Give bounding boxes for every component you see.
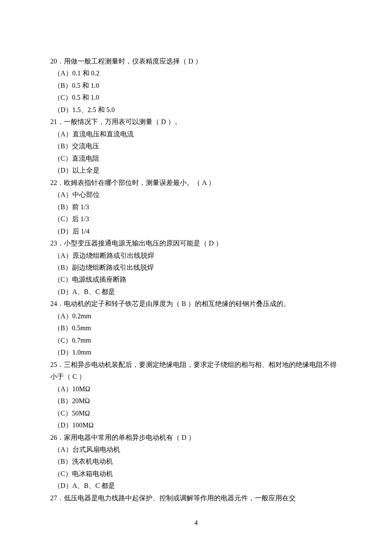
answer-blank: D bbox=[182, 434, 188, 441]
stem-suffix: ）。 bbox=[168, 118, 182, 125]
stem-suffix: ） bbox=[216, 239, 222, 247]
option-b: （B）0.5mm bbox=[50, 322, 342, 334]
stem-text: 三相异步电动机装配后，要测定绝缘电阻，要求定子绕组的相与相、相对地的绝缘电阻不得… bbox=[50, 361, 337, 380]
stem-text: 小型变压器接通电源无输出电压的原因可能是（ bbox=[64, 239, 209, 247]
question-23-stem: 23．小型变压器接通电源无输出电压的原因可能是（ D ） bbox=[50, 237, 342, 249]
question-22-stem: 22．欧姆表指针在哪个部位时，测量误差最小。（ A ） bbox=[50, 177, 342, 189]
option-d: （D）以上全是 bbox=[50, 164, 342, 176]
question-20-stem: 20．用做一般工程测量时，仪表精度应选择（ D ） bbox=[50, 55, 342, 67]
option-a: （A）0.2mm bbox=[50, 310, 342, 322]
option-b: （B）副边绕组断路或引出线脱焊 bbox=[50, 262, 342, 274]
option-c: （C）后 1/3 bbox=[50, 213, 342, 225]
option-c: （C）电源线或插座断路 bbox=[50, 274, 342, 286]
option-d: （D）100MΩ bbox=[50, 419, 342, 431]
stem-text: 用做一般工程测量时，仪表精度应选择（ bbox=[64, 58, 187, 65]
answer-blank: C bbox=[71, 373, 79, 380]
option-a: （A）原边绕组断路或引出线脱焊 bbox=[50, 250, 342, 262]
option-d: （D）A、B、C 都是 bbox=[50, 286, 342, 298]
option-b: （B）前 1/3 bbox=[50, 201, 342, 213]
option-d: （D）A、B、C 都是 bbox=[50, 480, 342, 492]
question-number: 26． bbox=[50, 434, 64, 441]
option-b: （B）交流电压 bbox=[50, 140, 342, 152]
option-b: （B）0.5 和 1.0 bbox=[50, 80, 342, 92]
option-c: （C）电冰箱电动机 bbox=[50, 468, 342, 480]
stem-text: 欧姆表指针在哪个部位时，测量误差最小。（ bbox=[64, 179, 202, 186]
stem-suffix: ） bbox=[195, 58, 202, 65]
option-c: （C）0.5 和 1.0 bbox=[50, 92, 342, 104]
question-number: 23． bbox=[50, 239, 64, 247]
question-number: 21． bbox=[50, 118, 64, 125]
question-number: 24． bbox=[50, 300, 64, 307]
stem-suffix: ） bbox=[188, 434, 195, 441]
stem-suffix: ） bbox=[79, 373, 86, 380]
option-a: （A）0.1 和 0.2 bbox=[50, 67, 342, 79]
answer-blank: D bbox=[209, 239, 216, 247]
option-d: （D）1.5、2.5 和 5.0 bbox=[50, 104, 342, 116]
question-27-stem: 27．低压电器是电力线路中起保护、控制或调解等作用的电器元件，一般应用在交 bbox=[50, 492, 342, 504]
stem-text: 低压电器是电力线路中起保护、控制或调解等作用的电器元件，一般应用在交 bbox=[64, 494, 296, 502]
answer-blank: D bbox=[159, 118, 168, 125]
option-d: （D）后 1/4 bbox=[50, 225, 342, 237]
option-c: （C）0.7mm bbox=[50, 335, 342, 346]
question-25-stem: 25．三相异步电动机装配后，要测定绝缘电阻，要求定子绕组的相与相、相对地的绝缘电… bbox=[50, 359, 342, 383]
option-a: （A）直流电压和直流电流 bbox=[50, 128, 342, 140]
option-a: （A）台式风扇电动机 bbox=[50, 444, 342, 456]
option-d: （D）1.0mm bbox=[50, 346, 342, 358]
option-b: （B）洗衣机电动机 bbox=[50, 456, 342, 467]
option-c: （C）50MΩ bbox=[50, 407, 342, 419]
stem-suffix: ） bbox=[208, 179, 215, 186]
stem-suffix: ）的相互绝缘的硅钢片叠压成的。 bbox=[188, 300, 290, 307]
question-24-stem: 24．电动机的定子和转子铁芯是由厚度为（ B ）的相互绝缘的硅钢片叠压成的。 bbox=[50, 298, 342, 310]
question-number: 25． bbox=[50, 361, 64, 368]
option-c: （C）直流电阻 bbox=[50, 153, 342, 164]
answer-blank: B bbox=[182, 300, 188, 307]
stem-text: 电动机的定子和转子铁芯是由厚度为（ bbox=[64, 300, 182, 307]
option-a: （A）10MΩ bbox=[50, 383, 342, 395]
question-number: 27． bbox=[50, 494, 64, 502]
option-b: （B）20MΩ bbox=[50, 395, 342, 407]
stem-text: 家用电器中常用的单相异步电动机有（ bbox=[64, 434, 182, 441]
page-number: 4 bbox=[0, 519, 392, 527]
stem-text: 一般情况下，万用表可以测量（ bbox=[64, 118, 159, 125]
page-container: 20．用做一般工程测量时，仪表精度应选择（ D ） （A）0.1 和 0.2 （… bbox=[0, 0, 392, 554]
page-content: 20．用做一般工程测量时，仪表精度应选择（ D ） （A）0.1 和 0.2 （… bbox=[0, 0, 392, 504]
answer-blank: A bbox=[202, 179, 208, 186]
question-number: 22． bbox=[50, 179, 64, 186]
answer-blank: D bbox=[187, 58, 195, 65]
question-number: 20． bbox=[50, 58, 64, 65]
option-a: （A）中心部位 bbox=[50, 189, 342, 201]
question-26-stem: 26．家用电器中常用的单相异步电动机有（ D ） bbox=[50, 432, 342, 444]
question-21-stem: 21．一般情况下，万用表可以测量（ D ）。 bbox=[50, 116, 342, 128]
